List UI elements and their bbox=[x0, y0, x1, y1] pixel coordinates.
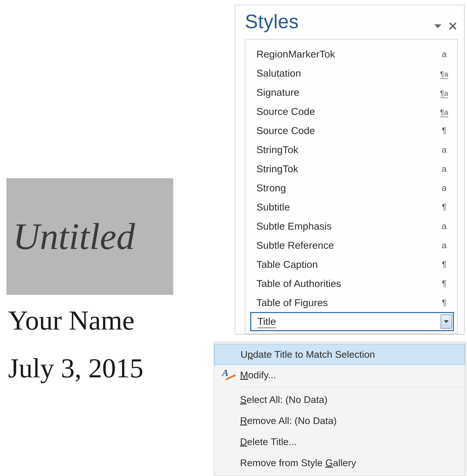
style-item[interactable]: Stronga bbox=[250, 178, 454, 197]
style-item-label: Subtle Reference bbox=[256, 239, 334, 251]
pane-options-dropdown-icon[interactable] bbox=[434, 24, 441, 28]
style-item-label: Table of Authorities bbox=[256, 278, 341, 289]
document-author-text[interactable]: Your Name bbox=[8, 305, 201, 336]
menu-item-label: Update Title to Match Selection bbox=[241, 349, 375, 360]
character-style-icon: a bbox=[438, 164, 451, 174]
style-item[interactable]: Subtitle¶ bbox=[250, 197, 454, 217]
styles-pane-header: Styles ✕ bbox=[235, 5, 464, 37]
style-context-menu: Update Title to Match SelectionAModify..… bbox=[214, 341, 465, 476]
character-style-icon: a bbox=[438, 183, 451, 193]
style-item-label: Table Caption bbox=[256, 258, 318, 270]
menu-item-modify[interactable]: AModify... bbox=[214, 364, 465, 385]
style-item-label: Strong bbox=[256, 182, 286, 194]
menu-item-removegal[interactable]: Remove from Style Gallery bbox=[214, 452, 465, 473]
character-style-icon: a bbox=[438, 49, 451, 59]
menu-item-removeall[interactable]: Remove All: (No Data) bbox=[214, 410, 465, 431]
menu-item-selectall[interactable]: Select All: (No Data) bbox=[214, 389, 465, 410]
style-item-label: Subtle Emphasis bbox=[256, 220, 332, 232]
style-item[interactable]: Signature¶a bbox=[250, 83, 454, 102]
close-icon[interactable]: ✕ bbox=[448, 20, 458, 32]
style-item[interactable]: StringToka bbox=[250, 159, 454, 178]
style-item[interactable]: Salutation¶a bbox=[250, 64, 454, 83]
style-item[interactable]: Subtle Referencea bbox=[250, 236, 454, 255]
style-item-label: Signature bbox=[256, 86, 299, 98]
paragraph-style-icon: ¶ bbox=[438, 202, 451, 212]
modify-style-icon: A bbox=[221, 368, 234, 381]
style-item[interactable]: Subtle Emphasisa bbox=[250, 217, 454, 236]
paragraph-style-icon: ¶ bbox=[438, 298, 451, 307]
linked-style-icon: ¶a bbox=[438, 86, 451, 98]
linked-style-icon: ¶a bbox=[438, 68, 451, 79]
title-selection-block[interactable]: Untitled bbox=[6, 178, 173, 295]
style-item-label: StringTok bbox=[256, 163, 298, 175]
style-item[interactable]: Table of Authorities¶ bbox=[250, 274, 454, 293]
style-item-dropdown-button[interactable] bbox=[441, 314, 452, 329]
menu-item-label: Remove All: (No Data) bbox=[240, 415, 337, 426]
chevron-down-icon bbox=[444, 320, 449, 323]
style-item-label: Source Code bbox=[256, 106, 315, 117]
document-title-text[interactable]: Untitled bbox=[13, 218, 135, 255]
style-item[interactable]: Source Code¶a bbox=[250, 102, 454, 121]
styles-pane-title: Styles bbox=[245, 10, 299, 33]
style-item-label: RegionMarkerTok bbox=[256, 48, 335, 60]
menu-item-label: Modify... bbox=[240, 369, 276, 381]
menu-item-icon-slot bbox=[214, 389, 240, 410]
document-date-text[interactable]: July 3, 2015 bbox=[8, 352, 201, 384]
menu-item-label: Delete Title... bbox=[240, 436, 297, 447]
menu-item-icon-slot bbox=[214, 452, 240, 473]
menu-item-icon-slot: A bbox=[214, 364, 240, 385]
menu-item-label: Remove from Style Gallery bbox=[240, 457, 356, 468]
style-item-label: Source Code bbox=[256, 125, 315, 136]
paragraph-style-icon: ¶ bbox=[438, 125, 451, 135]
style-item[interactable]: RegionMarkerToka bbox=[250, 44, 454, 64]
style-item-label: Table of Figures bbox=[256, 297, 328, 308]
document-area: Untitled Your Name July 3, 2015 bbox=[6, 178, 201, 384]
menu-item-delete[interactable]: Delete Title... bbox=[214, 431, 465, 452]
style-item[interactable]: Table Caption¶ bbox=[250, 255, 454, 274]
character-style-icon: a bbox=[438, 145, 451, 155]
menu-item-update[interactable]: Update Title to Match Selection bbox=[214, 344, 465, 365]
paragraph-style-icon: ¶ bbox=[438, 259, 451, 269]
menu-item-label: Select All: (No Data) bbox=[240, 394, 327, 405]
linked-style-icon: ¶a bbox=[438, 106, 451, 117]
style-item-label: Subtitle bbox=[256, 201, 290, 213]
style-item-label: StringTok bbox=[256, 144, 298, 155]
menu-item-icon-slot bbox=[214, 410, 240, 431]
paragraph-style-icon: ¶ bbox=[438, 278, 451, 288]
menu-item-icon-slot bbox=[214, 431, 240, 452]
style-item[interactable]: StringToka bbox=[250, 140, 454, 159]
menu-item-icon-slot bbox=[215, 344, 241, 364]
styles-list[interactable]: RegionMarkerTokaSalutation¶aSignature¶aS… bbox=[245, 39, 458, 334]
style-item[interactable]: Source Code¶ bbox=[250, 121, 454, 140]
character-style-icon: a bbox=[438, 221, 451, 231]
style-item-title[interactable]: Title bbox=[250, 312, 454, 331]
style-item[interactable]: Table of Figures¶ bbox=[250, 293, 454, 312]
menu-separator bbox=[238, 387, 465, 387]
styles-task-pane: Styles ✕ RegionMarkerTokaSalutation¶aSig… bbox=[235, 5, 465, 335]
style-item-label: Salutation bbox=[256, 68, 301, 79]
style-item-label: Title bbox=[257, 315, 276, 328]
character-style-icon: a bbox=[438, 240, 451, 250]
